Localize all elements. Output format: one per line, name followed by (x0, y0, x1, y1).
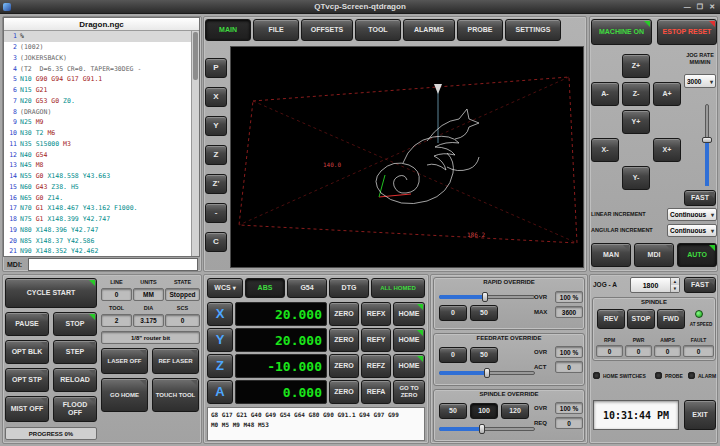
spindle-override-slider[interactable] (439, 424, 535, 434)
spindle-100-button[interactable]: 100 (470, 403, 498, 419)
close-icon[interactable]: ✕ (709, 3, 715, 11)
feed-50-button[interactable]: 50 (470, 347, 498, 363)
abs-button[interactable]: ABS (245, 278, 285, 298)
gcode-line[interactable]: 7N20 G53 G0 Z0. (4, 96, 191, 107)
wcs-dropdown-button[interactable]: WCS ▾ (207, 278, 243, 298)
jog-a-spinbox[interactable]: 1800 ▴ ▾ (630, 277, 680, 293)
jog-x-minus-button[interactable]: X- (591, 138, 619, 162)
view-y-button[interactable]: Y (205, 116, 227, 136)
gcode-line[interactable]: 9N25 M9 (4, 117, 191, 128)
jog-y-plus-button[interactable]: Y+ (622, 110, 650, 134)
angular-increment-combobox[interactable]: Continuous ▾ (667, 224, 717, 237)
estop-reset-button[interactable]: ESTOP RESET (657, 19, 717, 45)
spin-down-icon[interactable]: ▾ (671, 285, 679, 292)
ref-laser-button[interactable]: REF LASER (152, 348, 199, 374)
tab-file[interactable]: FILE (253, 19, 299, 41)
mdi-input[interactable] (28, 258, 198, 271)
home-x-button[interactable]: HOME (393, 302, 425, 326)
laser-button[interactable]: LASER OFF (101, 348, 148, 374)
view-x-button[interactable]: X (205, 87, 227, 107)
mist-button[interactable]: MIST OFF (5, 396, 49, 422)
axis-x-button[interactable]: X (207, 302, 233, 326)
optional-block-button[interactable]: OPT BLK (5, 340, 49, 364)
maximize-icon[interactable]: ❐ (697, 3, 703, 11)
gcode-line[interactable]: 20N85 X148.37 Y42.586 (4, 235, 191, 246)
slider-handle[interactable] (484, 368, 490, 378)
spindle-50-button[interactable]: 50 (439, 403, 467, 419)
spindle-forward-button[interactable]: FWD (657, 309, 685, 329)
ref-y-button[interactable]: REFY (361, 328, 391, 352)
spin-up-icon[interactable]: ▴ (671, 278, 679, 285)
stop-button[interactable]: STOP (53, 312, 97, 336)
tab-offsets[interactable]: OFFSETS (301, 19, 353, 41)
tab-main[interactable]: MAIN (205, 19, 251, 41)
jog-a-fast-button[interactable]: FAST (684, 277, 716, 293)
ref-a-button[interactable]: REFA (361, 380, 391, 404)
gcode-scrollbar[interactable] (191, 31, 199, 256)
jog-rate-slider[interactable] (701, 104, 713, 186)
rapid-0-button[interactable]: 0 (439, 305, 467, 321)
jog-a-minus-button[interactable]: A- (591, 82, 619, 106)
gcode-line[interactable]: 14N55 G0 X148.558 Y43.663 (4, 171, 191, 182)
wcs-g54-button[interactable]: G54 (287, 278, 327, 298)
minimize-icon[interactable]: — (684, 3, 691, 11)
home-z-button[interactable]: HOME (393, 354, 425, 378)
spindle-stop-button[interactable]: STOP (627, 309, 655, 329)
scrollbar-thumb[interactable] (193, 32, 198, 80)
gcode-line[interactable]: 16N65 G0 Z14. (4, 192, 191, 203)
axis-a-button[interactable]: A (207, 380, 233, 404)
gcode-line[interactable]: 2(1002) (4, 42, 191, 53)
pause-button[interactable]: PAUSE (5, 312, 49, 336)
ref-x-button[interactable]: REFX (361, 302, 391, 326)
home-y-button[interactable]: HOME (393, 328, 425, 352)
jog-fast-button[interactable]: FAST (684, 190, 716, 206)
tab-alarms[interactable]: ALARMS (403, 19, 455, 41)
view-perspective-button[interactable]: P (205, 58, 227, 78)
dtg-button[interactable]: DTG (329, 278, 369, 298)
feed-0-button[interactable]: 0 (439, 347, 467, 363)
gcode-line[interactable]: 6N15 G21 (4, 85, 191, 96)
machine-on-button[interactable]: MACHINE ON (591, 19, 652, 45)
slider-handle[interactable] (479, 424, 485, 434)
jog-z-plus-button[interactable]: Z+ (622, 54, 650, 78)
zero-y-button[interactable]: ZERO (329, 328, 359, 352)
rapid-override-slider[interactable] (439, 292, 535, 302)
touch-tool-button[interactable]: TOUCH TOOL (152, 378, 199, 412)
exit-button[interactable]: EXIT (684, 400, 716, 430)
step-button[interactable]: STEP (53, 340, 97, 364)
gcode-line[interactable]: 10N30 T2 M6 (4, 128, 191, 139)
go-home-button[interactable]: GO HOME (101, 378, 148, 412)
flood-button[interactable]: FLOOD OFF (53, 396, 97, 422)
gcode-line[interactable]: 19N80 X148.396 Y42.747 (4, 225, 191, 236)
gcode-line[interactable]: 18N75 G1 X148.399 Y42.747 (4, 214, 191, 225)
slider-handle[interactable] (482, 292, 488, 302)
gcode-line[interactable]: 15N60 G43 Z38. H5 (4, 182, 191, 193)
feed-override-slider[interactable] (439, 368, 535, 378)
gcode-line[interactable]: 17N70 G1 X148.467 Y43.162 F1000. (4, 203, 191, 214)
rapid-50-button[interactable]: 50 (470, 305, 498, 321)
gcode-line[interactable]: 13N45 M8 (4, 160, 191, 171)
jog-z-minus-button[interactable]: Z- (622, 82, 650, 106)
tab-probe[interactable]: PROBE (457, 19, 503, 41)
view-z-button[interactable]: Z (205, 145, 227, 165)
zoom-out-button[interactable]: - (205, 203, 227, 223)
slider-handle[interactable] (702, 137, 712, 143)
zero-z-button[interactable]: ZERO (329, 354, 359, 378)
gcode-line[interactable]: 1% (4, 31, 191, 42)
jog-x-plus-button[interactable]: X+ (653, 138, 681, 162)
gcode-list[interactable]: 1%2(1002)3(JOKERSBACK)4(T2 D=6.35 CR=0. … (4, 31, 191, 256)
gcode-line[interactable]: 8(DRAGON) (4, 106, 191, 117)
gcode-line[interactable]: 3(JOKERSBACK) (4, 53, 191, 64)
reload-button[interactable]: RELOAD (53, 368, 97, 392)
gcode-line[interactable]: 11N35 S15000 M3 (4, 139, 191, 150)
ref-z-button[interactable]: REFZ (361, 354, 391, 378)
mode-manual-button[interactable]: MAN (591, 243, 631, 267)
mode-mdi-button[interactable]: MDI (634, 243, 674, 267)
clear-view-button[interactable]: C (205, 232, 227, 252)
gcode-line[interactable]: 4(T2 D=6.35 CR=0. TAPER=30DEG - (4, 63, 191, 74)
jog-y-minus-button[interactable]: Y- (622, 166, 650, 190)
gcode-line[interactable]: 5N10 G90 G94 G17 G91.1 (4, 74, 191, 85)
tab-settings[interactable]: SETTINGS (505, 19, 561, 41)
goto-zero-a-button[interactable]: GO TO ZERO (393, 380, 425, 404)
cycle-start-button[interactable]: CYCLE START (5, 278, 97, 308)
